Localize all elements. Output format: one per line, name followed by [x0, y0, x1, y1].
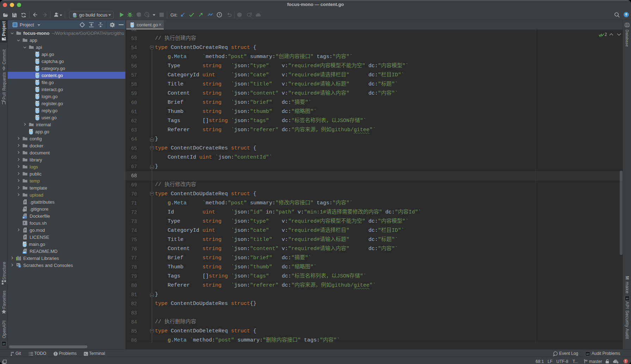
svg-text:API: API — [626, 298, 629, 300]
svg-text:?: ? — [615, 360, 617, 362]
svg-text:API: API — [2, 343, 5, 345]
svg-text:MD: MD — [23, 251, 26, 254]
svg-text:API: API — [586, 353, 589, 355]
svg-text:D: D — [23, 216, 25, 219]
